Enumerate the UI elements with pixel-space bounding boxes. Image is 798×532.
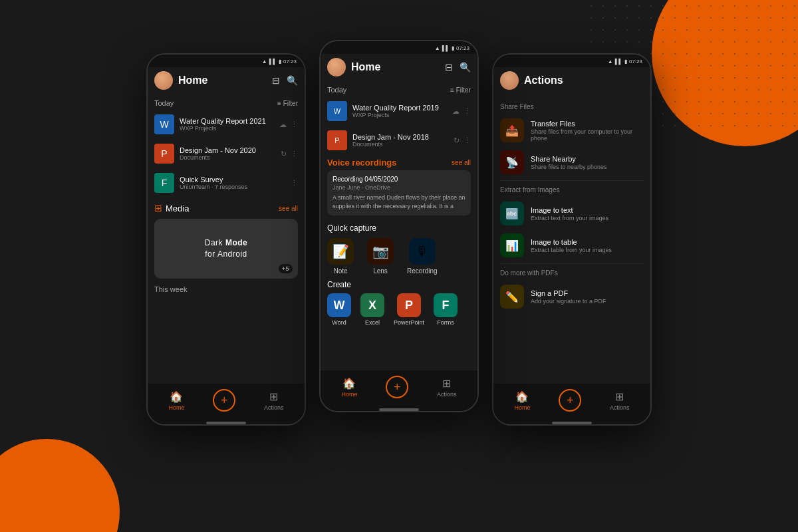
- quick-lens[interactable]: 📷 Lens: [367, 238, 394, 275]
- actions-label-center: Actions: [437, 391, 457, 398]
- more-icon-c2[interactable]: ⋮: [464, 136, 471, 145]
- more-icon-c1[interactable]: ⋮: [464, 107, 471, 116]
- create-ppt[interactable]: P PowerPoint: [394, 293, 424, 326]
- today-label-left: Today: [154, 99, 174, 107]
- nav-home-left[interactable]: 🏠 Home: [168, 390, 184, 411]
- refresh-icon-2: ↻: [281, 150, 287, 158]
- nav-plus-left[interactable]: +: [213, 389, 235, 412]
- file-item-1[interactable]: W Water Quality Report 2021 WXP Projects…: [148, 110, 305, 139]
- home-icon-center: 🏠: [342, 377, 356, 390]
- file-item-2[interactable]: P Design Jam - Nov 2020 Documents ↻ ⋮: [148, 139, 305, 168]
- dark-text-bold: Mode: [225, 238, 247, 247]
- quick-recording[interactable]: 🎙 Recording: [407, 238, 438, 275]
- actions-section: Share Files 📤 Transfer Files Share files…: [493, 94, 650, 384]
- nav-actions-right[interactable]: ⊞ Actions: [610, 390, 630, 411]
- file-actions-c2: ↻ ⋮: [454, 136, 471, 145]
- file-sub-c1: WXP Projects: [352, 112, 447, 118]
- file-sub-2: Documents: [180, 154, 275, 161]
- media-row: ⊞ Media see all: [148, 198, 305, 216]
- word-icon-1: W: [154, 114, 174, 134]
- phone-right: ▲ ▌▌ ▮ 07:23 Actions Share Files 📤: [492, 53, 652, 426]
- nav-plus-center[interactable]: +: [386, 376, 408, 398]
- header-left: Home ⊟ 🔍: [148, 67, 305, 94]
- search-icon-center[interactable]: 🔍: [460, 62, 471, 72]
- action-img-text[interactable]: 🔤 Image to text Extract text from your i…: [500, 198, 644, 229]
- search-icon-left[interactable]: 🔍: [287, 75, 298, 86]
- nav-actions-center[interactable]: ⊞ Actions: [437, 377, 457, 398]
- home-label-center: Home: [341, 391, 357, 398]
- more-icon-3[interactable]: ⋮: [291, 179, 298, 188]
- img-text-icon-wrap: 🔤: [500, 201, 524, 225]
- battery-icon: ▮: [279, 59, 281, 65]
- img-table-icon-wrap: 📊: [500, 233, 524, 257]
- header-title-right: Actions: [524, 74, 644, 86]
- file-item-c1[interactable]: W Water Quality Report 2019 WXP Projects…: [321, 96, 477, 126]
- pdf-label: Do more with PDFs: [500, 269, 644, 277]
- status-bar-center: ▲ ▌▌ ▮ 07:23: [321, 41, 477, 54]
- avatar-right: [500, 71, 519, 90]
- time-display-right: 07:23: [629, 59, 642, 65]
- lens-icon-wrap: 📷: [367, 238, 394, 265]
- create-items: W Word X Excel P PowerPoint F Forms: [327, 293, 471, 326]
- recording-label: Recording: [407, 267, 438, 275]
- home-bar-right: [552, 422, 592, 424]
- file-item-3[interactable]: F Quick Survey UnionTeam · 7 responses ⋮: [148, 168, 305, 198]
- create-title: Create: [327, 280, 471, 289]
- dark-mode-text: Dark Mode for Android: [205, 237, 248, 260]
- action-img-table[interactable]: 📊 Image to table Extract table from your…: [500, 229, 644, 261]
- file-info-c2: Design Jam - Nov 2018 Documents: [352, 133, 448, 148]
- status-bar-right: ▲ ▌▌ ▮ 07:23: [493, 55, 650, 67]
- filter-center[interactable]: ≡ Filter: [450, 86, 471, 94]
- action-sign-pdf[interactable]: ✏️ Sign a PDF Add your signature to a PD…: [500, 281, 644, 313]
- divider-1: [500, 180, 644, 181]
- status-icons-center: ▲ ▌▌ ▮ 07:23: [435, 45, 469, 51]
- create-word-icon: W: [327, 293, 351, 317]
- img-text-icon: 🔤: [505, 207, 519, 220]
- create-forms[interactable]: F Forms: [434, 293, 458, 326]
- transfer-name: Transfer Files: [531, 120, 644, 128]
- forms-icon-3: F: [154, 173, 174, 193]
- voice-meta: Jane June · OneDrive: [332, 184, 466, 191]
- create-word[interactable]: W Word: [327, 293, 351, 326]
- file-actions-3: ⋮: [291, 179, 298, 188]
- bottom-nav-center: 🏠 Home + ⊞ Actions: [321, 370, 477, 406]
- nav-home-right[interactable]: 🏠 Home: [514, 390, 530, 411]
- file-name-1: Water Quality Report 2021: [180, 117, 274, 125]
- see-all-media[interactable]: see all: [279, 205, 298, 212]
- cloud-icon-c1: ☁: [452, 107, 460, 116]
- create-excel[interactable]: X Excel: [360, 293, 384, 326]
- note-icon-wrap: 📝: [327, 238, 354, 265]
- nav-home-center[interactable]: 🏠 Home: [341, 377, 357, 398]
- media-thumbnail: Dark Mode for Android +5: [154, 219, 298, 279]
- file-item-c2[interactable]: P Design Jam - Nov 2018 Documents ↻ ⋮: [321, 126, 477, 155]
- header-icons-center: ⊟ 🔍: [445, 62, 471, 72]
- quick-note[interactable]: 📝 Note: [327, 238, 354, 275]
- folder-icon-center[interactable]: ⊟: [445, 62, 453, 72]
- voice-see-all[interactable]: see all: [452, 159, 471, 166]
- content-right: Share Files 📤 Transfer Files Share files…: [493, 94, 650, 384]
- more-icon-2[interactable]: ⋮: [291, 150, 298, 158]
- signal-icon: ▌▌: [269, 59, 277, 65]
- plus-badge: +5: [279, 264, 293, 273]
- nearby-name: Share Nearby: [531, 155, 644, 163]
- more-icon-1[interactable]: ⋮: [291, 120, 298, 129]
- file-name-2: Design Jam - Nov 2020: [180, 146, 275, 154]
- bottom-nav-right: 🏠 Home + ⊞ Actions: [493, 384, 650, 420]
- voice-title: Voice recordings: [327, 158, 397, 168]
- action-transfer[interactable]: 📤 Transfer Files Share files from your c…: [500, 114, 644, 146]
- battery-icon-center: ▮: [452, 45, 454, 51]
- ppt-icon-2: P: [154, 144, 174, 164]
- action-share-nearby[interactable]: 📡 Share Nearby Share files to nearby pho…: [500, 146, 644, 178]
- bottom-nav-left: 🏠 Home + ⊞ Actions: [148, 384, 305, 420]
- folder-icon-left[interactable]: ⊟: [272, 75, 280, 86]
- today-row-center: Today ≡ Filter: [321, 80, 477, 96]
- actions-icon-left: ⊞: [269, 390, 278, 403]
- nav-plus-right[interactable]: +: [559, 389, 581, 412]
- actions-label-left: Actions: [264, 404, 284, 411]
- header-center: Home ⊟ 🔍: [321, 54, 477, 80]
- quick-capture-title: Quick capture: [327, 223, 471, 233]
- transfer-icon: 📤: [505, 124, 519, 137]
- recording-icon: 🎙: [416, 244, 429, 259]
- filter-left[interactable]: ≡ Filter: [277, 100, 298, 107]
- nav-actions-left[interactable]: ⊞ Actions: [264, 390, 284, 411]
